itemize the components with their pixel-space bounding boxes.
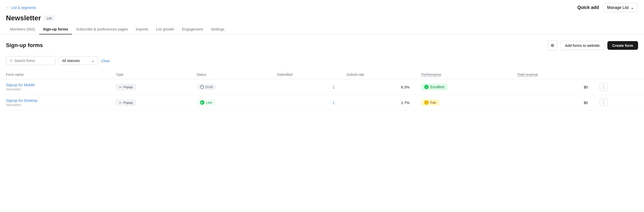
- revenue-value: $0: [584, 101, 588, 105]
- back-link-label: List & segments: [12, 6, 36, 10]
- filters-bar: ⚲ All statuses ⌄ Clear: [0, 54, 644, 70]
- page-header: Newsletter List: [0, 13, 644, 24]
- tab-signup-forms[interactable]: Sign-up forms: [39, 24, 72, 34]
- col-total-revenue: Total revenue: [511, 70, 594, 79]
- top-right-actions: Quick add Manage List ⌄: [578, 3, 638, 12]
- tab-members[interactable]: Members (552): [6, 24, 39, 34]
- performance-badge-excellent: ✓ Excellent: [421, 84, 447, 90]
- chevron-down-icon: ⌄: [91, 59, 94, 63]
- add-forms-button[interactable]: Add forms to website: [560, 41, 604, 50]
- performance-label: Excellent: [430, 85, 444, 89]
- tab-settings[interactable]: Settings: [207, 24, 228, 34]
- search-icon: ⚲: [10, 59, 12, 63]
- search-box[interactable]: ⚲: [6, 56, 56, 65]
- performance-label: Fair: [430, 101, 436, 105]
- status-dropdown[interactable]: All statuses ⌄: [58, 57, 98, 65]
- tab-engagement[interactable]: Engagement: [178, 24, 207, 34]
- back-link[interactable]: ← List & segments: [6, 6, 36, 10]
- quick-add-label: Quick add: [578, 5, 599, 10]
- col-type: Type: [110, 70, 190, 79]
- page-title: Newsletter: [6, 14, 41, 22]
- more-options-button[interactable]: ⋮: [600, 99, 608, 106]
- tab-list-growth[interactable]: List growth: [152, 24, 178, 34]
- gear-button[interactable]: ⚙: [548, 40, 557, 50]
- col-form-name: Form name: [0, 70, 110, 79]
- submit-rate-value: 6.3%: [401, 85, 409, 89]
- more-options-button[interactable]: ⋮: [600, 83, 608, 91]
- form-sub-label: Newsletter: [6, 103, 104, 107]
- create-form-button[interactable]: Create form: [607, 41, 638, 50]
- status-label: Live: [206, 101, 212, 105]
- chevron-down-icon: ⌄: [631, 5, 634, 10]
- list-badge: List: [44, 16, 54, 21]
- col-performance: Performance: [415, 70, 511, 79]
- fair-icon: ⚠: [424, 100, 429, 105]
- forms-table: Form name Type Status Submitted Submit r…: [0, 70, 644, 110]
- clear-button[interactable]: Clear: [101, 59, 110, 63]
- manage-list-button[interactable]: Manage List ⌄: [603, 3, 638, 12]
- performance-badge-fair: ⚠ Fair: [421, 99, 439, 106]
- col-actions: [594, 70, 644, 79]
- live-icon: ▶: [200, 100, 204, 105]
- submitted-count[interactable]: 1: [332, 101, 334, 105]
- revenue-value: $0: [584, 85, 588, 89]
- type-badge: ▭ Popup: [116, 100, 136, 106]
- back-arrow-icon: ←: [6, 6, 10, 10]
- type-label: Popup: [123, 101, 133, 105]
- type-label: Popup: [123, 85, 133, 89]
- manage-list-label: Manage List: [607, 6, 629, 10]
- type-badge: ▭ Popup: [116, 84, 136, 90]
- tabs-nav: Members (552) Sign-up forms Subscribe & …: [0, 24, 644, 35]
- submitted-count[interactable]: 1: [332, 85, 334, 89]
- col-submit-rate: Submit rate: [340, 70, 416, 79]
- tab-subscribe-preferences[interactable]: Subscribe & preferences pages: [72, 24, 132, 34]
- section-actions: ⚙ Add forms to website Create form: [548, 40, 638, 50]
- status-selected-label: All statuses: [62, 59, 80, 63]
- gear-icon: ⚙: [551, 43, 554, 48]
- popup-icon: ▭: [119, 101, 122, 104]
- section-header: Sign-up forms ⚙ Add forms to website Cre…: [0, 35, 644, 54]
- col-status: Status: [190, 70, 271, 79]
- section-title: Sign-up forms: [6, 42, 43, 49]
- submit-rate-value: 1.7%: [401, 101, 409, 105]
- table-row: Signup for Desktop Newsletter ▭ Popup ▶ …: [0, 95, 644, 110]
- search-input[interactable]: [14, 59, 52, 63]
- col-submitted: Submitted: [271, 70, 340, 79]
- tab-imports[interactable]: Imports: [132, 24, 152, 34]
- status-label: Draft: [206, 85, 213, 89]
- table-row: Signup for Mobile Newsletter ▭ Popup ⬤ D…: [0, 79, 644, 95]
- form-name-link[interactable]: Signup for Desktop: [6, 98, 104, 103]
- status-badge-draft: ⬤ Draft: [196, 84, 216, 90]
- status-badge-live: ▶ Live: [196, 99, 216, 106]
- draft-icon: ⬤: [200, 85, 204, 89]
- form-name-link[interactable]: Signup for Mobile: [6, 83, 104, 87]
- popup-icon: ▭: [119, 85, 122, 89]
- form-sub-label: Newsletter: [6, 87, 104, 91]
- excellent-icon: ✓: [424, 85, 429, 89]
